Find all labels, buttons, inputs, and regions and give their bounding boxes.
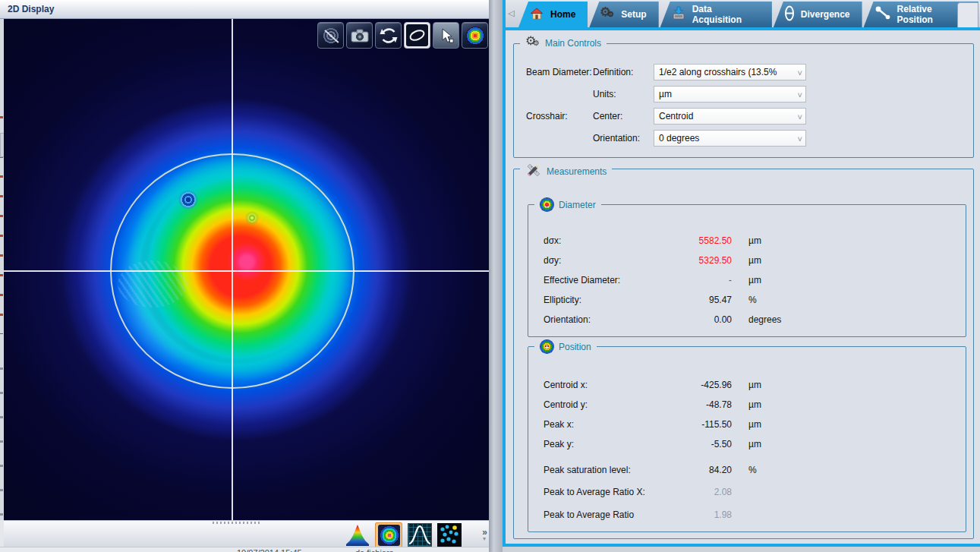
ellipticity-value: 95.47 [673, 295, 732, 305]
tab-label: Relative Position [897, 4, 966, 25]
peak-avg-ratio-x-value: 2.08 [673, 487, 732, 497]
pencil-ruler-icon [525, 162, 542, 181]
measurement-row: Peak y: -5.50 µm [528, 434, 966, 454]
diameter-title: Diameter [559, 200, 596, 210]
download-icon [671, 6, 686, 23]
main-controls-group: ⚙⚙ Main Controls Beam Diameter: Definiti… [513, 43, 974, 158]
cursor-icon[interactable] [433, 22, 459, 49]
tab-home[interactable]: Home [518, 2, 588, 27]
measurement-row: Peak to Average Ratio 1.98 [528, 505, 966, 525]
dsy-value: 5329.50 [673, 255, 732, 266]
tab-label: Divergence [801, 9, 850, 20]
tab-label: Data Acquisition [692, 4, 760, 25]
centroid-x-value: -425.96 [673, 380, 732, 390]
position-target-icon: + [540, 339, 554, 354]
orientation-value: 0.00 [673, 314, 732, 325]
ellipse-overlay-icon[interactable] [404, 22, 430, 49]
tab-scroll-left-icon[interactable]: ◁ [508, 8, 514, 18]
units-dropdown[interactable]: µm ˅ [654, 86, 806, 103]
tab-label: Home [550, 9, 575, 20]
dsx-value: 5582.50 [673, 235, 732, 246]
tab-label: Setup [621, 9, 646, 20]
measurement-row: Centroid y: -48.78 µm [528, 395, 966, 415]
peak-saturation-value: 84.20 [673, 465, 732, 475]
diameter-target-icon: ↔ [540, 197, 554, 212]
scatter-dots-icon[interactable] [437, 523, 462, 547]
center-label: Center: [593, 111, 654, 121]
home-tab-content: ⚙⚙ Main Controls Beam Diameter: Definiti… [506, 30, 980, 547]
position-title: Position [559, 342, 591, 352]
color-rings-icon[interactable] [462, 22, 488, 49]
beam-profiler-app: 2D Display [0, 0, 980, 552]
definition-label: Definition: [593, 67, 654, 77]
measurement-row: Centroid x: -425.96 µm [528, 375, 966, 395]
peak-avg-ratio-value: 1.98 [673, 509, 732, 520]
display-toolbar [317, 22, 488, 49]
dartboard-needle-icon[interactable] [317, 22, 344, 49]
orientation-label: Orientation: [593, 133, 654, 144]
measurement-row: Ellipticity: 95.47 % [528, 290, 966, 310]
home-icon [529, 7, 544, 22]
measurement-row: dσy: 5329.50 µm [528, 251, 966, 270]
splitter-drag-handle[interactable] [213, 522, 260, 524]
gears-icon: ⚙⚙ [600, 8, 615, 21]
measurement-row: Peak saturation level: 84.20 % [528, 460, 966, 480]
diameter-group: ↔ Diameter dσx: 5582.50 µm dσy: 5329.50 … [528, 204, 966, 337]
tab-data-acquisition[interactable]: Data Acquisition [660, 2, 772, 27]
panel-splitter[interactable] [489, 0, 503, 552]
peak-3d-icon[interactable] [345, 523, 370, 547]
chevron-down-icon: ˅ [798, 87, 802, 103]
window-bottom-edge [503, 547, 980, 552]
clipped-timestamp: 10/07/2014 15:45 [237, 548, 302, 552]
2d-display-title: 2D Display [8, 4, 54, 14]
beam-diameter-group-label: Beam Diameter: [514, 67, 593, 77]
crosshair-vertical [232, 19, 233, 520]
theta-icon [784, 5, 795, 24]
control-panel-window: ◁ Home ⚙⚙ Setup [503, 0, 980, 552]
clipped-status-row: 10/07/2014 15:45 de fichiers [0, 547, 503, 552]
effective-diameter-value: - [673, 275, 732, 285]
tab-divergence[interactable]: Divergence [774, 2, 862, 27]
gaussian-profile-icon[interactable] [408, 523, 432, 547]
nodes-icon [874, 6, 891, 23]
camera-icon[interactable] [346, 22, 373, 49]
tab-setup[interactable]: ⚙⚙ Setup [589, 2, 658, 27]
measurements-group: Measurements ↔ Diameter dσx: 5582.50 µm [513, 169, 974, 539]
crosshair-horizontal [4, 270, 489, 272]
chevron-down-icon: ˅ [798, 109, 802, 125]
peak-y-value: -5.50 [673, 439, 732, 449]
definition-dropdown[interactable]: 1/e2 along crosshairs (13.5% ˅ [654, 64, 806, 80]
center-dropdown[interactable]: Centroid ˅ [654, 108, 806, 125]
tab-partial-stub[interactable] [957, 2, 978, 27]
ruler-ticks-gray [0, 345, 3, 520]
rings-2d-icon[interactable] [375, 522, 402, 547]
position-group: + Position Centroid x: -425.96 µm Centro… [528, 346, 966, 532]
tab-bar: ◁ Home ⚙⚙ Setup [506, 0, 980, 27]
gears-icon: ⚙⚙ [525, 36, 540, 50]
rotate-icon[interactable] [375, 22, 402, 49]
bottom-toolbar: » ▾ [4, 520, 489, 547]
measurement-row: dσx: 5582.50 µm [528, 231, 966, 251]
2d-display-window: 2D Display [0, 0, 503, 552]
main-controls-title: Main Controls [545, 38, 601, 49]
beam-display-canvas[interactable] [4, 19, 489, 520]
measurement-row: Orientation: 0.00 degrees [528, 310, 966, 330]
orientation-dropdown[interactable]: 0 degrees ˅ [654, 130, 806, 147]
crosshair-group-label: Crosshair: [514, 111, 593, 121]
clipped-file-label: de fichiers [355, 548, 393, 552]
2d-display-titlebar: 2D Display [0, 0, 489, 19]
measurement-row: Peak to Average Ratio X: 2.08 [528, 482, 966, 502]
measurement-row: Peak x: -115.50 µm [528, 415, 966, 434]
chevron-down-icon: ˅ [798, 131, 802, 147]
chevron-down-icon: ˅ [798, 65, 802, 80]
tab-accent-underline [503, 27, 980, 30]
centroid-y-value: -48.78 [673, 399, 732, 410]
measurement-row: Effective Diameter: - µm [528, 270, 966, 290]
measurements-title: Measurements [547, 166, 607, 177]
peak-x-value: -115.50 [673, 419, 732, 430]
units-label: Units: [593, 89, 654, 99]
